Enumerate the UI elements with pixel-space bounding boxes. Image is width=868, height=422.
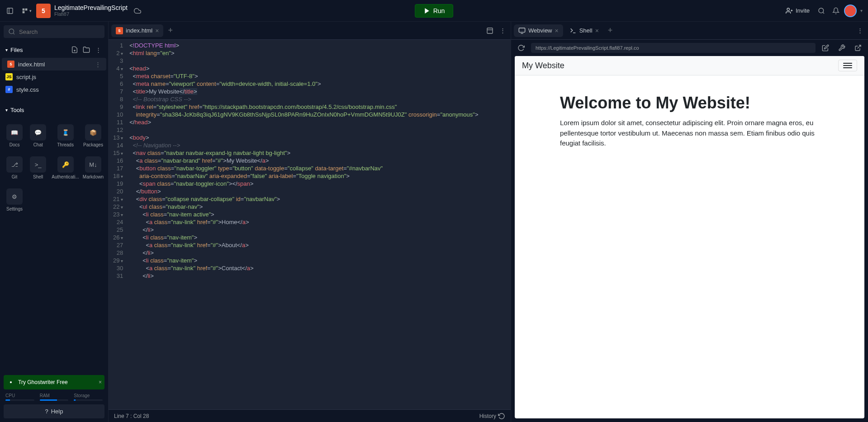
tab-index-html[interactable]: 5 index.html ×: [111, 24, 163, 37]
tab-shell[interactable]: Shell ×: [565, 24, 603, 37]
history-button[interactable]: History: [479, 413, 505, 420]
url-input[interactable]: https://LegitimatePrevailingScript.flafi…: [531, 43, 816, 53]
tool-settings[interactable]: ⚙Settings: [4, 185, 25, 215]
svg-rect-4: [22, 11, 24, 13]
more-icon[interactable]: ⋮: [94, 45, 103, 54]
svg-rect-16: [487, 28, 493, 33]
webview-content[interactable]: My Website Welcome to My Website! Lorem …: [515, 56, 864, 418]
add-tab-button[interactable]: +: [164, 24, 176, 37]
close-icon[interactable]: ×: [99, 379, 102, 385]
more-icon[interactable]: ⋮: [95, 61, 101, 68]
external-icon[interactable]: [852, 42, 864, 54]
tab-webview[interactable]: Webview ×: [514, 24, 563, 37]
project-owner[interactable]: Flafi87: [54, 11, 128, 17]
svg-line-10: [823, 12, 824, 14]
sidebar: ▾ Files ⋮ 5index.html⋮JSscript.js#style.…: [0, 22, 109, 422]
more-icon[interactable]: ⋮: [496, 24, 509, 37]
tool-authenticati-[interactable]: 🔑Authenticati...: [51, 153, 80, 183]
chevron-down-icon[interactable]: ▾: [859, 8, 864, 13]
css-icon: #: [5, 86, 13, 93]
tool-threads[interactable]: 🧵Threads: [51, 121, 80, 151]
js-icon: JS: [5, 73, 13, 80]
tool-icon: ⚙: [6, 188, 23, 205]
tools-header[interactable]: ▾ Tools: [0, 103, 108, 117]
svg-rect-3: [25, 8, 27, 10]
close-icon[interactable]: ×: [555, 27, 559, 34]
code-editor[interactable]: 1234567891011121314151617181920212223242…: [109, 40, 511, 409]
menu-icon[interactable]: ▾: [20, 5, 33, 17]
tool-chat[interactable]: 💬Chat: [27, 121, 49, 151]
cloud-icon[interactable]: [131, 5, 144, 17]
new-file-icon[interactable]: [70, 45, 79, 54]
cursor-position: Line 7 : Col 28: [114, 413, 149, 419]
tool-icon: 📖: [6, 124, 23, 141]
edit-icon[interactable]: [819, 42, 832, 54]
tool-icon: 📦: [85, 124, 101, 141]
files-header[interactable]: ▾ Files ⋮: [0, 42, 108, 58]
svg-rect-2: [22, 8, 24, 10]
ghostwriter-button[interactable]: Try Ghostwriter Free ×: [4, 375, 104, 389]
avatar[interactable]: [844, 5, 857, 17]
ram-stat: RAM: [40, 393, 69, 401]
add-tab-button[interactable]: +: [604, 24, 617, 37]
svg-line-12: [13, 33, 14, 34]
sidebar-toggle-icon[interactable]: [4, 5, 16, 17]
tool-git[interactable]: ⎇Git: [4, 153, 25, 183]
close-icon[interactable]: ×: [595, 27, 599, 34]
invite-button[interactable]: Invite: [782, 5, 813, 16]
html-icon: 5: [7, 61, 14, 68]
tool-icon: M↓: [85, 156, 101, 173]
search-input[interactable]: [4, 25, 104, 38]
search-icon[interactable]: [815, 5, 828, 17]
project-icon: 5: [36, 4, 51, 18]
svg-point-11: [9, 29, 14, 34]
svg-line-21: [858, 45, 861, 48]
storage-stat: Storage: [74, 393, 103, 401]
tool-icon: 💬: [30, 124, 46, 141]
layout-icon[interactable]: [484, 24, 496, 37]
svg-point-9: [819, 8, 824, 13]
svg-marker-5: [425, 8, 429, 14]
project-name[interactable]: LegitimatePrevailingScript: [54, 4, 128, 12]
file-index-html[interactable]: 5index.html⋮: [2, 58, 106, 70]
svg-rect-18: [519, 28, 525, 32]
new-folder-icon[interactable]: [82, 45, 91, 54]
refresh-icon[interactable]: [515, 42, 527, 54]
tool-markdown[interactable]: M↓Markdown: [82, 153, 104, 183]
tool-icon: ⎇: [6, 156, 23, 173]
tool-shell[interactable]: >_Shell: [27, 153, 49, 183]
html-icon: 5: [116, 27, 123, 34]
topbar: ▾ 5 LegitimatePrevailingScript Flafi87 R…: [0, 0, 868, 22]
preview-heading: Welcome to My Website!: [560, 94, 819, 113]
editor-pane: 5 index.html × + ⋮ 123456789101112131415…: [109, 22, 511, 422]
tool-icon: >_: [30, 156, 46, 173]
run-button[interactable]: Run: [415, 4, 454, 18]
tool-icon: 🔑: [57, 156, 74, 173]
preview-paragraph: Lorem ipsum dolor sit amet, consectetur …: [560, 118, 819, 149]
svg-rect-0: [7, 8, 13, 14]
file-script-js[interactable]: JSscript.js: [0, 70, 108, 83]
hamburger-icon[interactable]: [838, 60, 857, 71]
close-icon[interactable]: ×: [155, 27, 159, 34]
file-style-css[interactable]: #style.css: [0, 83, 108, 96]
bell-icon[interactable]: [830, 5, 842, 17]
preview-pane: Webview × Shell × + ⋮ https://Legitimate…: [511, 22, 868, 422]
help-button[interactable]: ?Help: [4, 404, 104, 418]
cpu-stat: CPU: [5, 393, 34, 401]
svg-point-6: [787, 8, 789, 10]
tool-docs[interactable]: 📖Docs: [4, 121, 25, 151]
tool-icon: 🧵: [57, 124, 74, 141]
svg-point-15: [10, 381, 12, 383]
tool-packages[interactable]: 📦Packages: [82, 121, 104, 151]
devtools-icon[interactable]: [835, 42, 848, 54]
preview-brand[interactable]: My Website: [522, 61, 564, 70]
more-icon[interactable]: ⋮: [854, 24, 866, 37]
